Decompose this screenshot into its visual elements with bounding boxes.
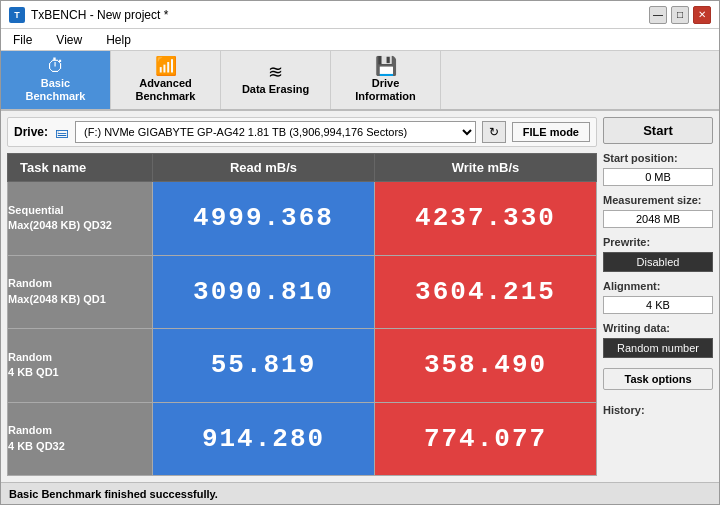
alignment-value: 4 KB xyxy=(603,296,713,314)
minimize-button[interactable]: — xyxy=(649,6,667,24)
status-text: Basic Benchmark finished successfully. xyxy=(9,488,218,500)
drive-label: Drive: xyxy=(14,125,49,139)
app-icon: T xyxy=(9,7,25,23)
read-value-cell: 4999.368 xyxy=(153,182,375,256)
write-value-cell: 774.077 xyxy=(375,402,597,476)
prewrite-label: Prewrite: xyxy=(603,236,713,248)
title-bar: T TxBENCH - New project * — □ ✕ xyxy=(1,1,719,29)
write-value-cell: 3604.215 xyxy=(375,255,597,329)
file-mode-button[interactable]: FILE mode xyxy=(512,122,590,142)
drive-row: Drive: 🖴 (F:) NVMe GIGABYTE GP-AG42 1.81… xyxy=(7,117,597,147)
basic-benchmark-icon: ⏱ xyxy=(47,57,65,75)
menu-view[interactable]: View xyxy=(52,31,86,49)
tab-basic-benchmark[interactable]: ⏱ BasicBenchmark xyxy=(1,51,111,109)
header-write: Write mB/s xyxy=(375,154,597,182)
read-value-cell: 3090.810 xyxy=(153,255,375,329)
measurement-size-label: Measurement size: xyxy=(603,194,713,206)
prewrite-value: Disabled xyxy=(603,252,713,272)
start-position-value: 0 MB xyxy=(603,168,713,186)
basic-benchmark-label: BasicBenchmark xyxy=(26,77,86,103)
write-value-cell: 358.490 xyxy=(375,329,597,403)
task-name-cell: SequentialMax(2048 KB) QD32 xyxy=(8,182,153,256)
benchmark-table: Task name Read mB/s Write mB/s Sequentia… xyxy=(7,153,597,476)
tab-advanced-benchmark[interactable]: 📶 AdvancedBenchmark xyxy=(111,51,221,109)
menu-file[interactable]: File xyxy=(9,31,36,49)
table-row: RandomMax(2048 KB) QD13090.8103604.215 xyxy=(8,255,597,329)
tab-drive-information[interactable]: 💾 DriveInformation xyxy=(331,51,441,109)
measurement-size-value: 2048 MB xyxy=(603,210,713,228)
tab-data-erasing[interactable]: ≋ Data Erasing xyxy=(221,51,331,109)
task-options-button[interactable]: Task options xyxy=(603,368,713,390)
title-bar-left: T TxBENCH - New project * xyxy=(9,7,168,23)
start-position-label: Start position: xyxy=(603,152,713,164)
drive-information-icon: 💾 xyxy=(375,57,397,75)
alignment-label: Alignment: xyxy=(603,280,713,292)
table-row: SequentialMax(2048 KB) QD324999.3684237.… xyxy=(8,182,597,256)
table-row: Random4 KB QD32914.280774.077 xyxy=(8,402,597,476)
maximize-button[interactable]: □ xyxy=(671,6,689,24)
table-row: Random4 KB QD155.819358.490 xyxy=(8,329,597,403)
status-bar: Basic Benchmark finished successfully. xyxy=(1,482,719,504)
title-controls: — □ ✕ xyxy=(649,6,711,24)
window-title: TxBENCH - New project * xyxy=(31,8,168,22)
read-value-cell: 914.280 xyxy=(153,402,375,476)
drive-information-label: DriveInformation xyxy=(355,77,416,103)
main-content: Drive: 🖴 (F:) NVMe GIGABYTE GP-AG42 1.81… xyxy=(1,111,719,482)
writing-data-label: Writing data: xyxy=(603,322,713,334)
drive-refresh-button[interactable]: ↻ xyxy=(482,121,506,143)
menu-bar: File View Help xyxy=(1,29,719,51)
advanced-benchmark-icon: 📶 xyxy=(155,57,177,75)
drive-select[interactable]: (F:) NVMe GIGABYTE GP-AG42 1.81 TB (3,90… xyxy=(75,121,476,143)
writing-data-value: Random number xyxy=(603,338,713,358)
main-window: T TxBENCH - New project * — □ ✕ File Vie… xyxy=(0,0,720,505)
task-name-cell: RandomMax(2048 KB) QD1 xyxy=(8,255,153,329)
start-button[interactable]: Start xyxy=(603,117,713,144)
menu-help[interactable]: Help xyxy=(102,31,135,49)
header-task: Task name xyxy=(8,154,153,182)
close-button[interactable]: ✕ xyxy=(693,6,711,24)
toolbar: ⏱ BasicBenchmark 📶 AdvancedBenchmark ≋ D… xyxy=(1,51,719,111)
left-panel: Drive: 🖴 (F:) NVMe GIGABYTE GP-AG42 1.81… xyxy=(7,117,597,476)
drive-icon: 🖴 xyxy=(55,124,69,140)
task-name-cell: Random4 KB QD1 xyxy=(8,329,153,403)
read-value-cell: 55.819 xyxy=(153,329,375,403)
task-name-cell: Random4 KB QD32 xyxy=(8,402,153,476)
data-erasing-icon: ≋ xyxy=(268,63,283,81)
right-panel: Start Start position: 0 MB Measurement s… xyxy=(603,117,713,476)
history-label: History: xyxy=(603,404,713,416)
advanced-benchmark-label: AdvancedBenchmark xyxy=(136,77,196,103)
header-read: Read mB/s xyxy=(153,154,375,182)
data-erasing-label: Data Erasing xyxy=(242,83,309,96)
write-value-cell: 4237.330 xyxy=(375,182,597,256)
